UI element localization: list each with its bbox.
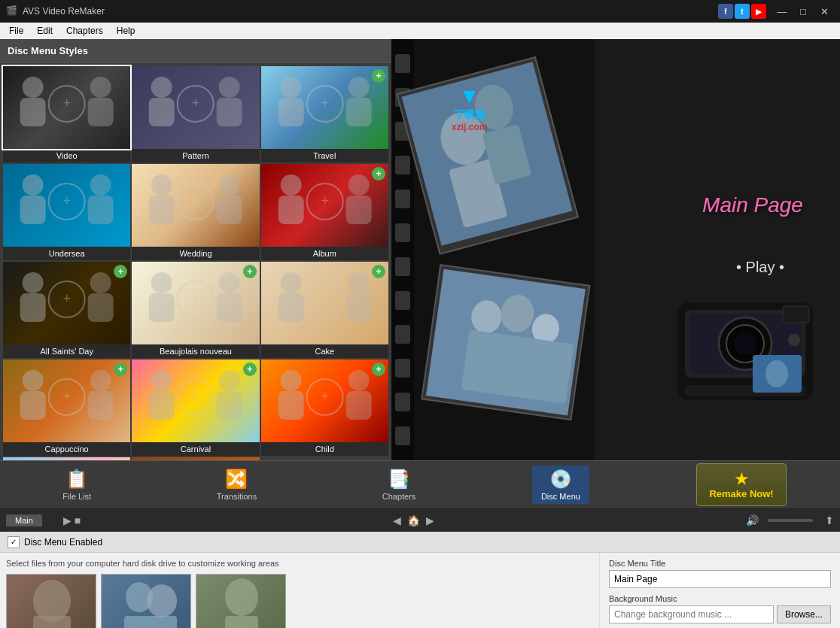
titlebar: 🎬 AVS Video ReMaker f t ▶ — □ ✕: [0, 0, 840, 23]
menu-edit[interactable]: Edit: [31, 24, 59, 38]
menu-chapters[interactable]: Chapters: [60, 24, 109, 38]
background-music-group: Background Music Browse...: [609, 594, 831, 623]
svg-point-12: [280, 77, 301, 98]
svg-text:+: +: [321, 96, 329, 111]
style-item-cappuccino[interactable]: + +Cappuccino: [3, 360, 130, 456]
svg-rect-25: [149, 196, 175, 224]
svg-point-127: [147, 584, 177, 617]
instruction-text: Select files from your computer hard dis…: [6, 559, 593, 568]
left-panel: Disc Menu Styles + Video + Pattern +: [0, 39, 391, 460]
svg-rect-7: [149, 98, 175, 126]
bottom-left: Select files from your computer hard dis…: [0, 553, 599, 628]
svg-rect-13: [278, 98, 303, 126]
svg-point-70: [348, 370, 369, 391]
prev-chapter-button[interactable]: ◀: [393, 514, 401, 526]
plus-badge: +: [372, 363, 385, 376]
svg-point-52: [348, 272, 369, 293]
play-button[interactable]: ▶: [63, 514, 72, 526]
browse-row: Browse...: [609, 605, 831, 623]
style-label-child: Child: [261, 442, 388, 456]
social-icons: f t ▶: [718, 4, 766, 19]
style-item-allsaints[interactable]: + +All Saints' Day: [3, 262, 130, 358]
playback-bar: Main ▶ ■ ◀ 🏠 ▶ 🔊 ⬆: [0, 509, 840, 532]
toolbar-chapters[interactable]: 📑 Chapters: [373, 466, 425, 504]
maximize-button[interactable]: □: [793, 4, 813, 19]
disc-menu-label: Disc Menu: [541, 492, 580, 501]
svg-rect-31: [278, 196, 303, 224]
style-item-cake[interactable]: + +Cake: [261, 262, 388, 358]
svg-rect-125: [33, 616, 71, 628]
style-item-wedding[interactable]: + Wedding: [132, 164, 259, 260]
youtube-icon[interactable]: ▶: [751, 4, 766, 19]
transitions-label: Transitions: [217, 492, 257, 501]
svg-rect-23: [88, 196, 114, 224]
svg-point-48: [280, 272, 301, 293]
svg-text:+: +: [321, 193, 329, 208]
remake-button[interactable]: ★ Remake Now!: [696, 463, 786, 506]
disc-menu-title-group: Disc Menu Title: [609, 559, 831, 588]
disc-menu-checkbox[interactable]: ✓: [8, 536, 20, 548]
minimize-button[interactable]: —: [772, 4, 792, 19]
thumb-preview-1[interactable]: [6, 574, 96, 628]
style-thumb-more2: + +: [132, 457, 259, 460]
browse-button[interactable]: Browse...: [777, 605, 831, 623]
thumb-preview-2[interactable]: [101, 574, 191, 628]
toolbar-disc-menu[interactable]: 💿 Disc Menu: [532, 466, 589, 504]
chapters-label: Chapters: [382, 492, 416, 501]
style-item-video[interactable]: + Video: [3, 66, 130, 162]
toolbar-transitions[interactable]: 🔀 Transitions: [208, 466, 266, 504]
style-item-album[interactable]: + +Album: [261, 164, 388, 260]
svg-point-124: [33, 580, 71, 622]
styles-grid-container[interactable]: + Video + Pattern + +Travel + Undersea: [0, 63, 391, 460]
menubar: File Edit Chapters Help: [0, 23, 840, 39]
style-label-beaujolais: Beaujolais nouveau: [132, 344, 259, 358]
chapters-icon: 📑: [388, 469, 410, 490]
facebook-icon[interactable]: f: [718, 4, 733, 19]
style-item-more2[interactable]: + +: [132, 457, 259, 460]
twitter-icon[interactable]: t: [735, 4, 750, 19]
svg-rect-92: [395, 223, 410, 242]
style-item-travel[interactable]: + +Travel: [261, 66, 388, 162]
style-item-carnival[interactable]: + +Carnival: [132, 360, 259, 456]
style-item-undersea[interactable]: + Undersea: [3, 164, 130, 260]
menu-help[interactable]: Help: [111, 24, 142, 38]
background-music-input[interactable]: [609, 605, 774, 623]
svg-point-30: [280, 174, 301, 196]
style-item-more1[interactable]: + +: [3, 457, 130, 460]
svg-rect-87: [395, 54, 410, 73]
svg-rect-61: [149, 391, 175, 420]
home-button[interactable]: 🏠: [407, 514, 420, 526]
svg-point-121: [765, 360, 788, 387]
svg-point-46: [219, 272, 240, 293]
panel-header: Disc Menu Styles: [0, 39, 391, 63]
next-chapter-button[interactable]: ▶: [426, 514, 434, 526]
svg-text:+: +: [62, 96, 71, 111]
svg-rect-130: [225, 616, 258, 628]
svg-text:+: +: [192, 389, 200, 404]
svg-rect-53: [345, 293, 371, 322]
style-item-pattern[interactable]: + Pattern: [132, 66, 259, 162]
stop-button[interactable]: ■: [75, 514, 81, 526]
svg-point-16: [348, 77, 369, 98]
svg-rect-96: [395, 359, 410, 378]
remake-star: ★: [735, 470, 748, 488]
style-thumb-pattern: +: [132, 66, 259, 149]
style-item-beaujolais[interactable]: + +Beaujolais nouveau: [132, 262, 259, 358]
expand-button[interactable]: ⬆: [825, 514, 834, 526]
svg-rect-1: [20, 98, 46, 126]
thumb-preview-3[interactable]: [196, 574, 286, 628]
svg-text:+: +: [62, 291, 71, 306]
volume-slider[interactable]: [768, 519, 813, 522]
disc-menu-title-input[interactable]: [609, 570, 831, 588]
chapter-tab[interactable]: Main: [6, 514, 42, 526]
style-thumb-cake: + +: [261, 262, 388, 344]
close-button[interactable]: ✕: [814, 4, 834, 19]
toolbar-file-list[interactable]: 📋 File List: [53, 466, 100, 504]
style-item-child[interactable]: + +Child: [261, 360, 388, 456]
svg-rect-29: [217, 196, 242, 224]
menu-file[interactable]: File: [3, 24, 29, 38]
svg-text:Main Page: Main Page: [702, 193, 803, 217]
svg-point-24: [151, 174, 172, 196]
svg-point-6: [151, 77, 172, 98]
svg-point-10: [219, 77, 240, 98]
